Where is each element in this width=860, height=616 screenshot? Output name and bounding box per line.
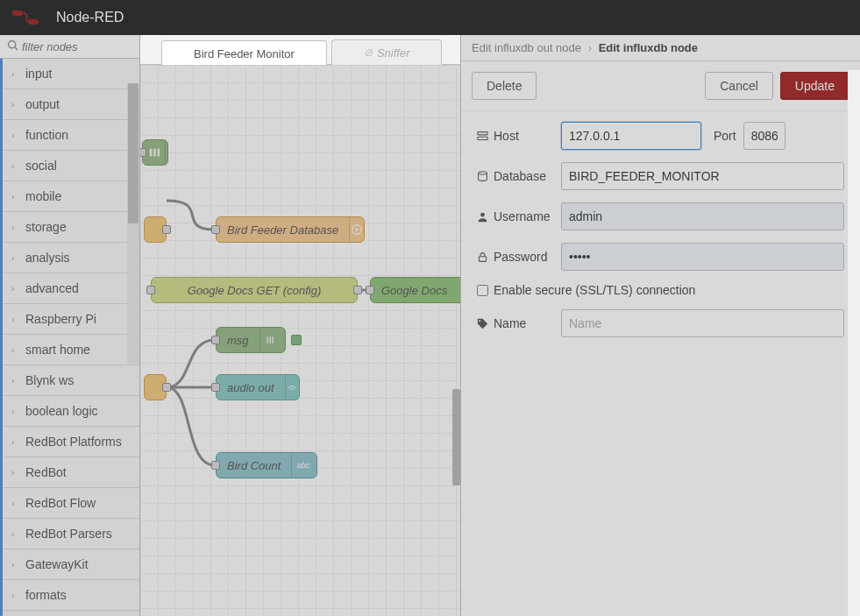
- chevron-right-icon: ›: [11, 529, 20, 539]
- node-google-docs[interactable]: Google Docs: [370, 277, 460, 303]
- wifi-icon: [285, 375, 300, 400]
- node-bird-count[interactable]: Bird Count abc: [216, 452, 317, 478]
- palette-category-label: social: [25, 159, 57, 173]
- disabled-icon: ⊘: [364, 46, 373, 59]
- port-input[interactable]: [743, 122, 785, 150]
- breadcrumb-current: Edit influxdb node: [599, 41, 698, 54]
- node-status-indicator: [291, 335, 302, 345]
- svg-rect-6: [157, 149, 160, 157]
- palette-category[interactable]: ›advanced: [3, 273, 139, 304]
- ssl-label: Enable secure (SSL/TLS) connection: [494, 283, 695, 297]
- node-gdocs-get[interactable]: Google Docs GET (config): [151, 277, 358, 303]
- palette-category[interactable]: ›social: [3, 151, 139, 181]
- node-unknown-top[interactable]: [142, 139, 168, 166]
- chevron-right-icon: ›: [11, 284, 20, 294]
- svg-line-3: [15, 47, 18, 50]
- svg-rect-11: [273, 336, 274, 343]
- ssl-checkbox[interactable]: [477, 285, 488, 296]
- node-label: Bird Count: [217, 459, 291, 472]
- database-input[interactable]: [561, 162, 844, 190]
- palette-category-label: RedBot Platforms: [25, 435, 122, 449]
- palette-category-list[interactable]: ›input›output›function›social›mobile›sto…: [0, 59, 139, 616]
- debug-icon: [259, 328, 282, 352]
- chevron-right-icon: ›: [11, 376, 20, 386]
- flow-tabs: Bird Feeder Monitor ⊘ Sniffer: [140, 35, 460, 65]
- name-label: Name: [477, 316, 561, 330]
- username-input[interactable]: [561, 202, 844, 230]
- window-scrollbar[interactable]: [848, 70, 860, 616]
- database-label: Database: [477, 169, 561, 183]
- palette-category-label: storage: [25, 220, 67, 234]
- chevron-right-icon: ›: [11, 223, 20, 232]
- palette-category-label: RedBot: [25, 465, 67, 479]
- palette-category[interactable]: ›storage: [3, 212, 139, 243]
- node-audio-out[interactable]: audio out: [216, 374, 300, 400]
- palette-category[interactable]: ›RedBot: [3, 457, 139, 488]
- palette-category[interactable]: ›RedBot Parsers: [3, 519, 139, 549]
- button-row: Delete Cancel Update: [461, 61, 860, 111]
- chevron-right-icon: ›: [11, 192, 20, 202]
- update-button[interactable]: Update: [780, 72, 849, 100]
- chevron-right-icon: ›: [11, 315, 20, 324]
- svg-rect-0: [12, 11, 23, 16]
- row-name: Name: [477, 309, 844, 337]
- password-input[interactable]: [561, 243, 844, 271]
- lock-icon: [477, 251, 489, 263]
- edit-panel: Edit influxdb out node › Edit influxdb n…: [460, 35, 860, 616]
- palette-category[interactable]: ›formats: [3, 580, 139, 611]
- breadcrumb-prev[interactable]: Edit influxdb out node: [472, 41, 581, 54]
- svg-rect-5: [153, 149, 156, 157]
- palette-category[interactable]: ›Blynk ws: [3, 365, 139, 396]
- tab-label: Bird Feeder Monitor: [194, 47, 295, 60]
- host-label: Host: [477, 129, 561, 143]
- cancel-button[interactable]: Cancel: [705, 72, 773, 100]
- palette-category[interactable]: ›boolean logic: [3, 396, 139, 427]
- node-msg[interactable]: msg: [216, 327, 286, 353]
- chevron-right-icon: ›: [11, 591, 20, 600]
- palette-category[interactable]: ›smart home: [3, 335, 139, 365]
- flow-canvas[interactable]: Bird Feeder Database Google Docs GET (co…: [140, 65, 460, 616]
- node-label: audio out: [217, 381, 285, 394]
- node-label: Google Docs GET (config): [152, 284, 357, 297]
- tab-label: Sniffer: [377, 46, 410, 60]
- palette-category[interactable]: ›analysis: [3, 243, 139, 273]
- app-title: Node-RED: [56, 10, 124, 25]
- svg-rect-4: [149, 149, 152, 157]
- chevron-right-icon: ›: [11, 499, 20, 508]
- name-input[interactable]: [561, 309, 844, 337]
- chevron-right-icon: ›: [11, 253, 20, 263]
- host-input[interactable]: [561, 122, 701, 150]
- palette-category[interactable]: ›mobile: [3, 181, 139, 212]
- svg-point-2: [9, 41, 16, 48]
- tab-sniffer[interactable]: ⊘ Sniffer: [331, 39, 443, 65]
- tab-bird-feeder-monitor[interactable]: Bird Feeder Monitor: [161, 40, 327, 66]
- chevron-right-icon: ›: [11, 131, 20, 140]
- palette-category[interactable]: ›function: [3, 120, 139, 151]
- svg-rect-9: [267, 336, 269, 343]
- delete-button[interactable]: Delete: [472, 72, 537, 100]
- palette-filter[interactable]: [0, 35, 139, 59]
- row-ssl: Enable secure (SSL/TLS) connection: [477, 283, 844, 297]
- scrollbar-thumb[interactable]: [452, 389, 460, 485]
- palette-category[interactable]: ›GatewayKit: [3, 549, 139, 580]
- palette-category[interactable]: ›output: [3, 89, 139, 120]
- node-inject-2[interactable]: [144, 374, 167, 400]
- palette-category[interactable]: ›RedBot Flow: [3, 488, 139, 519]
- chevron-right-icon: ›: [11, 345, 20, 355]
- database-icon: [349, 217, 364, 242]
- workspace: Bird Feeder Monitor ⊘ Sniffer: [140, 35, 460, 616]
- palette-filter-input[interactable]: [22, 40, 132, 53]
- palette-category-label: function: [25, 128, 68, 142]
- chevron-right-icon: ›: [11, 69, 20, 79]
- node-bird-feeder-database[interactable]: Bird Feeder Database: [216, 216, 365, 243]
- svg-point-17: [479, 320, 480, 322]
- palette-category[interactable]: ›RedBot Platforms: [3, 427, 139, 457]
- scrollbar-thumb[interactable]: [128, 83, 139, 223]
- node-inject-1[interactable]: [144, 216, 167, 243]
- edit-form: Host Port Database Username: [461, 111, 860, 360]
- app-header: Node-RED: [0, 0, 860, 35]
- palette-category-label: GatewayKit: [25, 557, 89, 571]
- palette-category[interactable]: ›Raspberry Pi: [3, 304, 139, 335]
- palette-category-label: mobile: [25, 189, 61, 203]
- palette-category[interactable]: ›input: [3, 59, 139, 89]
